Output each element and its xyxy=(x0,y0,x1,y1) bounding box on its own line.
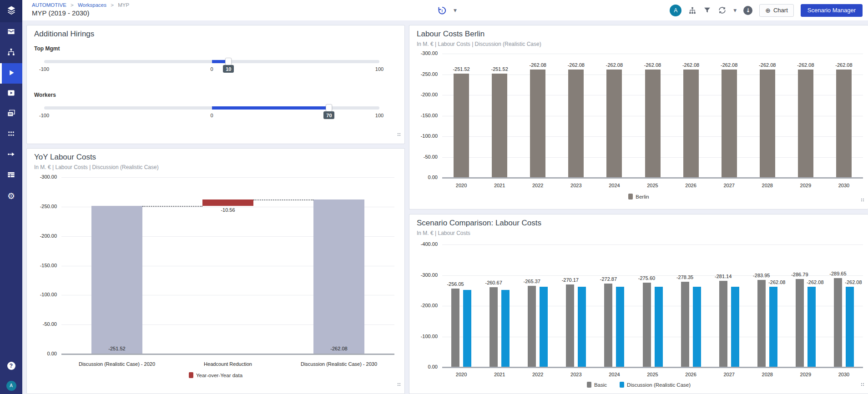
sidebar-avatar[interactable]: A xyxy=(0,375,22,394)
x-axis-label: 2029 xyxy=(787,372,825,377)
bar[interactable] xyxy=(490,287,498,367)
bar[interactable] xyxy=(719,281,727,367)
avatar: A xyxy=(6,381,16,391)
filter-icon[interactable] xyxy=(703,6,711,14)
bar[interactable] xyxy=(798,70,813,178)
bar[interactable] xyxy=(313,199,364,354)
breadcrumb-link-automotive[interactable]: AUTOMOTIVE xyxy=(32,2,66,8)
slider-fill xyxy=(212,106,329,110)
bar[interactable] xyxy=(643,283,651,367)
user-avatar[interactable]: A xyxy=(670,5,681,16)
resize-handle[interactable] xyxy=(861,383,864,386)
bar[interactable] xyxy=(846,287,854,367)
bar[interactable] xyxy=(796,279,804,367)
sidebar-item-models[interactable] xyxy=(0,125,22,145)
hierarchy-icon[interactable] xyxy=(688,6,696,15)
sidebar-item-workspaces[interactable] xyxy=(0,43,22,63)
slider-max-label: 100 xyxy=(370,66,389,72)
bar[interactable] xyxy=(760,70,775,178)
bar[interactable] xyxy=(528,286,536,367)
bar[interactable] xyxy=(492,74,507,178)
resize-handle[interactable] xyxy=(397,383,401,386)
widget-title: Additional Hirings xyxy=(34,30,94,39)
add-chart-button[interactable]: ⊕ Chart xyxy=(759,4,794,17)
sidebar-item-presentations[interactable] xyxy=(0,84,22,104)
legend-item[interactable]: Basic xyxy=(587,382,607,388)
bar[interactable] xyxy=(463,290,471,367)
sidebar-item-simulations[interactable] xyxy=(0,63,22,84)
bar[interactable] xyxy=(616,287,624,367)
bar[interactable] xyxy=(681,282,689,367)
breadcrumb-link-workspaces[interactable]: Workspaces xyxy=(78,2,106,8)
app-logo[interactable] xyxy=(0,0,22,22)
labour-costs-berlin-widget: Labour Costs Berlin In M. € | Labour Cos… xyxy=(409,25,868,209)
legend-swatch xyxy=(628,194,633,199)
sidebar-item-slides[interactable] xyxy=(0,104,22,125)
bar[interactable] xyxy=(683,70,699,178)
slider-min-label: -100 xyxy=(35,113,53,118)
scenario-manager-button[interactable]: Scenario Manager xyxy=(801,4,863,17)
gridline xyxy=(442,177,863,179)
slider-top-mgmt: Top Mgmt 10-1000100 xyxy=(27,45,404,91)
layers-logo-icon xyxy=(6,5,16,18)
sidebar-item-flows[interactable] xyxy=(0,145,22,165)
sidebar-item-settings[interactable]: ⚙ xyxy=(0,186,22,206)
bar[interactable] xyxy=(530,70,545,178)
bar[interactable] xyxy=(91,206,142,354)
bar[interactable] xyxy=(604,284,612,367)
sidebar-item-archive[interactable] xyxy=(0,22,22,43)
legend-item[interactable]: Discussion (Realistic Case) xyxy=(620,382,691,388)
y-axis-label: -300.00 xyxy=(409,272,438,278)
x-axis-label: 2023 xyxy=(557,372,595,377)
yoy-waterfall-chart: -300.00-250.00-200.00-150.00-100.00-50.0… xyxy=(27,149,404,394)
help-icon: ? xyxy=(7,362,15,370)
slider-value-badge: 70 xyxy=(323,111,334,119)
bar[interactable] xyxy=(807,287,816,367)
sidebar-item-data-tables[interactable] xyxy=(0,165,22,186)
slider-handle[interactable] xyxy=(326,104,332,112)
bar[interactable] xyxy=(834,278,842,367)
model-nodes-icon xyxy=(7,130,15,140)
value-label: -262.08 xyxy=(754,62,781,68)
sidebar: ⚙ ? A xyxy=(0,0,22,394)
bar[interactable] xyxy=(836,70,852,178)
sidebar-help[interactable]: ? xyxy=(0,355,22,376)
bar[interactable] xyxy=(769,287,777,367)
download-icon[interactable]: ↓ xyxy=(743,6,752,15)
legend-item[interactable]: Year-over-Year data xyxy=(189,372,242,378)
bar[interactable] xyxy=(722,70,737,178)
bar[interactable] xyxy=(540,287,548,367)
legend-item[interactable]: Berlin xyxy=(628,194,649,199)
delta-bar[interactable] xyxy=(202,199,253,206)
breadcrumb-current: MYP xyxy=(118,2,129,8)
bar[interactable] xyxy=(578,287,586,367)
slider-track[interactable]: 70-1000100 xyxy=(44,106,379,110)
bar[interactable] xyxy=(568,70,584,178)
bar[interactable] xyxy=(451,289,459,367)
x-axis-label: 2022 xyxy=(519,183,557,188)
bar[interactable] xyxy=(731,287,739,367)
value-label: -262.08 xyxy=(716,62,743,68)
value-label: -260.67 xyxy=(480,280,507,285)
bar[interactable] xyxy=(454,74,469,178)
x-axis-label: 2026 xyxy=(672,372,710,377)
history-dropdown-caret[interactable]: ▼ xyxy=(454,8,457,13)
resize-handle[interactable] xyxy=(861,198,864,202)
bar[interactable] xyxy=(501,290,510,367)
breadcrumb-separator: > xyxy=(71,2,74,8)
resize-handle[interactable] xyxy=(397,133,401,136)
history-restore-icon[interactable]: ! xyxy=(437,6,446,15)
bar[interactable] xyxy=(655,287,663,367)
flow-arrow-icon xyxy=(7,150,15,160)
bar[interactable] xyxy=(757,280,766,367)
y-axis-label: -100.00 xyxy=(409,334,438,339)
slider-handle[interactable] xyxy=(225,58,232,65)
bar[interactable] xyxy=(566,284,574,367)
x-axis-label: Discussion (Realistic Case) - 2020 xyxy=(61,361,172,367)
bar[interactable] xyxy=(645,70,661,178)
bar[interactable] xyxy=(693,287,701,367)
bar[interactable] xyxy=(606,70,622,178)
slider-track[interactable]: 10-1000100 xyxy=(44,60,379,63)
refresh-dropdown-caret[interactable]: ▼ xyxy=(733,8,737,13)
refresh-icon[interactable] xyxy=(718,6,727,15)
